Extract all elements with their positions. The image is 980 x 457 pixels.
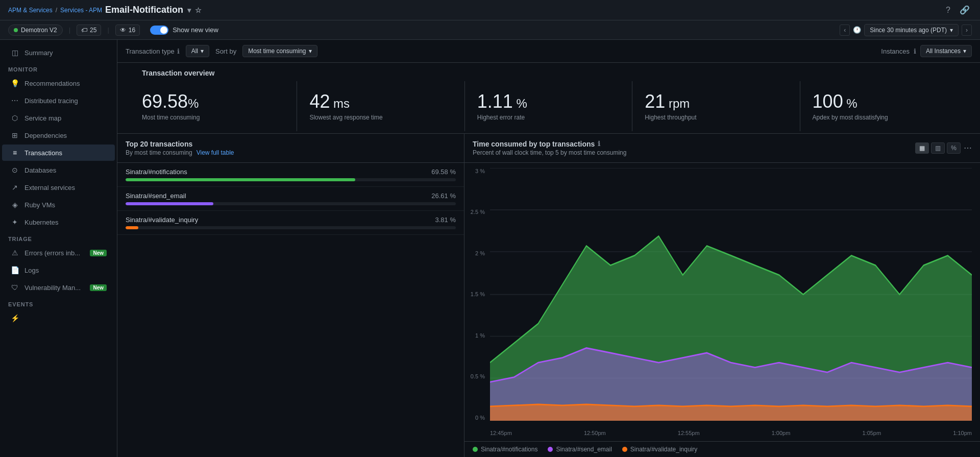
sidebar-item-label: Vulnerability Man... xyxy=(24,284,81,292)
chart-more-button[interactable]: ⋯ xyxy=(964,143,972,153)
time-prev-button[interactable]: ‹ xyxy=(840,25,850,36)
dropdown-icon[interactable]: ▾ xyxy=(187,6,191,14)
tag2-value: 16 xyxy=(129,27,135,34)
chart-controls: ▦ ▥ % xyxy=(915,142,961,154)
sidebar-item-label: Summary xyxy=(24,49,53,57)
sidebar-item-vulnerability[interactable]: 🛡 Vulnerability Man... New xyxy=(2,279,115,296)
time-next-button[interactable]: › xyxy=(962,25,972,36)
transaction-type-label: Transaction type ℹ xyxy=(126,47,180,55)
sidebar-item-events[interactable]: ⚡ xyxy=(2,310,115,326)
chart-area: 3 % 2.5 % 2 % 1.5 % 1 % 0.5 % 0 % xyxy=(464,163,980,441)
breadcrumb-services[interactable]: Services - APM xyxy=(60,7,102,14)
chart-panel-header: Time consumed by top transactions ℹ Perc… xyxy=(464,134,980,163)
transactions-panel: Top 20 transactions By most time consumi… xyxy=(117,134,464,457)
sidebar-item-logs[interactable]: 📄 Logs xyxy=(2,262,115,278)
chart-legend: Sinatra/#notifications Sinatra/#send_ema… xyxy=(464,441,980,457)
events-icon: ⚡ xyxy=(10,314,19,322)
main-layout: ◫ Summary MONITOR 💡 Recommendations ⋯ Di… xyxy=(0,40,980,457)
help-button[interactable]: ? xyxy=(944,4,952,17)
legend-item-send-email: Sinatra/#send_email xyxy=(548,446,611,453)
transaction-name-2: Sinatra/#validate_inquiry 3.81 % xyxy=(126,216,456,224)
tag1-value: 25 xyxy=(90,27,96,34)
sidebar-item-label: External services xyxy=(24,184,75,191)
events-section-label: EVENTS xyxy=(0,296,117,309)
legend-label-validate-inquiry: Sinatra/#validate_inquiry xyxy=(630,446,697,453)
sidebar-item-label: Ruby VMs xyxy=(24,201,55,209)
sidebar-item-errors[interactable]: ⚠ Errors (errors inb... New xyxy=(2,245,115,261)
sidebar-item-external-services[interactable]: ↗ External services xyxy=(2,179,115,196)
subbar: Demotron V2 | 🏷 25 | 👁 16 Show new view … xyxy=(0,20,980,40)
chart-svg xyxy=(490,168,972,421)
transaction-row-1[interactable]: Sinatra/#send_email 26.61 % xyxy=(117,187,464,211)
stat-throughput: 21 rpm Highest throughput xyxy=(632,81,800,131)
time-range-button[interactable]: Since 30 minutes ago (PDT) ▾ xyxy=(864,24,959,36)
sidebar-item-transactions[interactable]: ≡ Transactions xyxy=(2,145,115,161)
topbar-actions: ? 🔗 xyxy=(944,3,972,17)
topbar: APM & Services / Services - APM Email-No… xyxy=(0,0,980,20)
legend-dot-send-email xyxy=(548,447,553,452)
errors-icon: ⚠ xyxy=(10,249,19,257)
transaction-type-select[interactable]: All ▾ xyxy=(186,45,209,57)
recommendations-icon: 💡 xyxy=(10,79,19,87)
instances-label: Instances xyxy=(881,47,910,55)
env-selector[interactable]: Demotron V2 xyxy=(8,25,63,36)
bottom-panels: Top 20 transactions By most time consumi… xyxy=(117,134,980,457)
sidebar-item-databases[interactable]: ⊙ Databases xyxy=(2,162,115,178)
progress-bar-bg-1 xyxy=(126,202,456,205)
sidebar-item-recommendations[interactable]: 💡 Recommendations xyxy=(2,75,115,91)
external-services-icon: ↗ xyxy=(10,183,19,191)
tag-icon: 🏷 xyxy=(81,27,87,34)
sidebar-item-summary[interactable]: ◫ Summary xyxy=(2,44,115,61)
overview-title: Transaction overview xyxy=(130,69,968,81)
chart-bar-btn[interactable]: ▥ xyxy=(931,142,945,154)
toggle-wrap: Show new view xyxy=(150,26,218,35)
sort-by-select[interactable]: Most time consuming ▾ xyxy=(242,45,317,57)
errors-new-badge: New xyxy=(90,250,107,256)
kubernetes-icon: ✦ xyxy=(10,218,19,226)
new-view-toggle[interactable] xyxy=(150,26,168,35)
instances-select[interactable]: All Instances ▾ xyxy=(920,45,972,57)
info-icon: ℹ xyxy=(177,47,180,55)
content-area: Transaction type ℹ All ▾ Sort by Most ti… xyxy=(117,40,980,457)
transaction-row-2[interactable]: Sinatra/#validate_inquiry 3.81 % xyxy=(117,211,464,235)
legend-label-send-email: Sinatra/#send_email xyxy=(556,446,611,453)
view-full-table-link[interactable]: View full table xyxy=(197,149,234,156)
breadcrumb-area: APM & Services / Services - APM Email-No… xyxy=(8,5,202,15)
chart-pct-btn[interactable]: % xyxy=(947,142,961,154)
instances-wrap: Instances ℹ All Instances ▾ xyxy=(881,45,972,57)
triage-section-label: TRIAGE xyxy=(0,231,117,244)
sidebar-item-service-map[interactable]: ⬡ Service map xyxy=(2,110,115,126)
progress-bar-bg-2 xyxy=(126,226,456,229)
sidebar-item-distributed-tracing[interactable]: ⋯ Distributed tracing xyxy=(2,92,115,109)
toggle-label: Show new view xyxy=(173,26,218,34)
stat-card: Transaction overview 69.58% Most time co… xyxy=(117,63,980,133)
time-label: Since 30 minutes ago (PDT) xyxy=(870,27,947,34)
sidebar-item-label: Distributed tracing xyxy=(24,97,78,105)
page-title: Email-Notification ▾ ☆ xyxy=(105,5,202,15)
transaction-name-1: Sinatra/#send_email 26.61 % xyxy=(126,192,456,200)
share-button[interactable]: 🔗 xyxy=(958,3,972,17)
sidebar-item-label: Service map xyxy=(24,114,61,122)
sidebar-item-dependencies[interactable]: ⊞ Dependencies xyxy=(2,127,115,143)
legend-label-notifications: Sinatra/#notifications xyxy=(481,446,537,453)
tag1-badge[interactable]: 🏷 25 xyxy=(77,25,101,36)
transactions-panel-subtitle: By most time consuming View full table xyxy=(126,149,234,156)
breadcrumb-apm[interactable]: APM & Services xyxy=(8,7,53,14)
sidebar-item-kubernetes[interactable]: ✦ Kubernetes xyxy=(2,214,115,230)
ruby-vms-icon: ◈ xyxy=(10,201,19,209)
transactions-icon: ≡ xyxy=(10,149,19,157)
env-status-dot xyxy=(14,28,18,32)
chevron-down-icon: ▾ xyxy=(950,27,953,34)
transaction-row-0[interactable]: Sinatra/#notifications 69.58 % xyxy=(117,163,464,187)
progress-bar-fill-2 xyxy=(126,226,138,229)
star-icon[interactable]: ☆ xyxy=(195,6,202,14)
progress-bar-bg-0 xyxy=(126,178,456,181)
controls-bar: Transaction type ℹ All ▾ Sort by Most ti… xyxy=(117,40,980,63)
chart-area-btn[interactable]: ▦ xyxy=(915,142,929,154)
sidebar-item-label: Recommendations xyxy=(24,80,80,87)
monitor-section-label: MONITOR xyxy=(0,61,117,75)
tag2-badge[interactable]: 👁 16 xyxy=(115,25,140,36)
databases-icon: ⊙ xyxy=(10,166,19,174)
time-picker: ‹ 🕐 Since 30 minutes ago (PDT) ▾ › xyxy=(840,24,972,36)
sidebar-item-ruby-vms[interactable]: ◈ Ruby VMs xyxy=(2,197,115,213)
